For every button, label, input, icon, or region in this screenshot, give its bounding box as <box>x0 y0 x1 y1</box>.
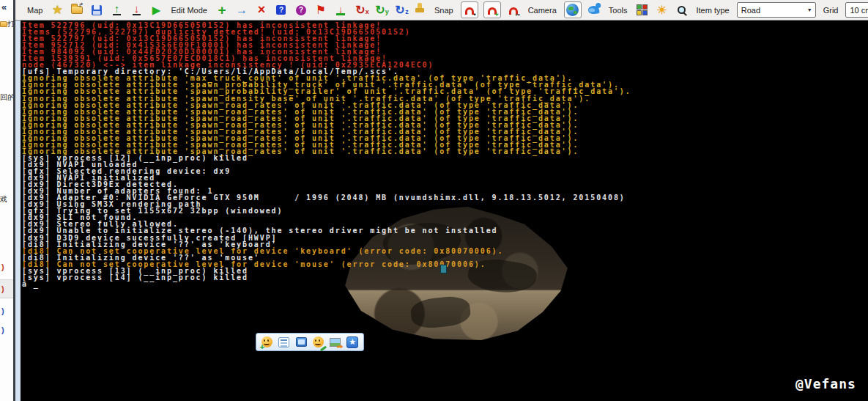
snap-label: Snap <box>434 6 453 15</box>
flag-icon: ⚑ <box>316 3 326 17</box>
rotate-y-icon: ↻y <box>375 5 385 15</box>
star-square-icon: ★ <box>346 336 358 348</box>
rotate-x-button[interactable]: ↻x <box>353 3 368 18</box>
help-button[interactable]: ? <box>274 3 289 18</box>
snap-add-toggle[interactable]: + <box>483 1 501 18</box>
send-image-button[interactable] <box>329 336 342 349</box>
magnifier-icon <box>678 6 686 14</box>
doodle-button[interactable] <box>312 336 325 349</box>
stamp-button[interactable] <box>412 3 427 18</box>
help-question-icon: ? <box>276 5 286 15</box>
bird-icon <box>588 5 600 15</box>
delete-item-button[interactable]: × <box>254 3 269 18</box>
smiley-icon <box>313 336 324 347</box>
background-glyph-fragment: ) <box>1 284 4 293</box>
run-map-button[interactable]: ▶ <box>149 3 163 18</box>
drop-arrow-icon: ↓ <box>336 5 346 15</box>
grid-dropdown[interactable]: 10 cm▼ <box>845 2 868 18</box>
grid-label: Grid <box>823 6 839 15</box>
folder-icon <box>0 21 7 27</box>
background-folder-item: 打 <box>0 19 13 29</box>
emoticon-add-button[interactable]: + <box>261 336 274 349</box>
node-marker[interactable] <box>440 265 447 273</box>
magnet-node-icon: ▪▪ <box>509 7 518 15</box>
background-glyph-fragment: ) <box>1 325 4 334</box>
background-text-fragment: 回的( <box>0 92 13 103</box>
floppy-save-icon <box>92 5 102 15</box>
magnet-plus-icon: + <box>488 7 497 15</box>
picture-icon <box>330 338 341 347</box>
quad-view-icon <box>637 4 648 15</box>
export-arrow-icon: ↓ <box>133 4 141 15</box>
chat-toolbar: + ★ <box>256 333 364 351</box>
flag-marker-button[interactable]: ⚑ <box>314 3 328 18</box>
monitor-icon <box>296 337 307 347</box>
camera-globe-toggle[interactable] <box>564 1 582 18</box>
open-map-button[interactable] <box>70 3 84 18</box>
globe-icon <box>566 4 579 16</box>
about-button[interactable]: ? <box>294 3 308 18</box>
folder-label-fragment: 打 <box>7 20 13 28</box>
chevron-collapse-icon[interactable]: « <box>1 1 7 12</box>
edit-mode-label[interactable]: Edit Mode <box>171 6 207 15</box>
screen-share-button[interactable] <box>294 336 308 349</box>
window-edge-band <box>15 21 21 401</box>
editor-viewport[interactable]: Item 522796 (uid: 0x13C19D665050152) has… <box>21 21 868 401</box>
open-folder-icon <box>71 6 83 14</box>
console-line: a _ <box>22 281 868 287</box>
lighting-button[interactable]: ☀ <box>654 3 669 18</box>
favorites-button[interactable]: ★ <box>50 3 64 18</box>
plus-badge-icon: + <box>260 344 264 350</box>
watermark: @Vefans <box>795 376 856 391</box>
about-question-icon: ? <box>296 5 306 15</box>
add-item-button[interactable]: + <box>215 3 229 18</box>
item-type-value: Road <box>741 6 760 15</box>
sun-icon: ☀ <box>656 3 667 17</box>
magnet-dot-icon: • <box>465 7 474 15</box>
save-map-button[interactable] <box>89 3 104 18</box>
export-button[interactable]: ↓ <box>129 3 144 18</box>
delete-x-icon: × <box>258 2 266 18</box>
background-glyph-fragment: ) <box>1 306 4 315</box>
background-glyph-fragment: ) <box>1 262 4 271</box>
drop-to-ground-button[interactable]: ↓ <box>333 3 348 18</box>
tools-label: Tools <box>609 6 628 15</box>
editor-toolbar: Map ★ ↑ ↓ ▶ Edit Mode + → × ? ? ⚑ ↓ ↻x ↻… <box>15 0 868 21</box>
item-type-label: Item type <box>696 6 729 15</box>
rotate-x-icon: ↻x <box>355 5 365 15</box>
background-window-strip[interactable]: « 打 回的( 戏 ) ) ) ) <box>0 0 13 401</box>
quad-view-button[interactable] <box>634 3 649 18</box>
plus-icon: + <box>218 2 226 18</box>
camera-bird-button[interactable] <box>587 3 601 18</box>
grid-value: 10 cm <box>850 6 868 15</box>
console-line: [gfx] Trying to set 1155x672 32bpp (wind… <box>22 207 868 214</box>
star-icon: ★ <box>52 2 63 18</box>
snap-point-toggle[interactable]: • <box>461 1 478 18</box>
search-button[interactable] <box>674 3 689 18</box>
arrow-right-icon: → <box>236 4 248 17</box>
chevron-down-icon: ▼ <box>807 7 812 12</box>
favorites-button[interactable]: ★ <box>346 336 359 349</box>
rotate-z-button[interactable]: ↻z <box>393 3 407 18</box>
map-menu-label[interactable]: Map <box>27 6 42 15</box>
console-line: [sys] vprocess [14] (__inp_proc) killed <box>22 274 868 281</box>
capture-button[interactable] <box>278 336 291 349</box>
import-button[interactable]: ↑ <box>109 3 124 18</box>
camera-label: Camera <box>528 6 557 15</box>
background-text-fragment: 戏 <box>0 194 13 205</box>
rotate-z-icon: ↻z <box>395 5 404 15</box>
play-icon: ▶ <box>152 4 161 17</box>
snap-node-button[interactable]: ▪▪ <box>506 3 521 18</box>
console-log: Item 522796 (uid: 0x13C19D665050152) has… <box>21 21 868 401</box>
import-arrow-icon: ↑ <box>113 4 122 15</box>
capture-card-icon <box>278 337 289 347</box>
move-item-button[interactable]: → <box>234 3 249 18</box>
console-line: [sys] vprocess [12] (__inp_proc) killed <box>22 155 868 161</box>
item-type-dropdown[interactable]: Road▼ <box>737 2 816 18</box>
stamp-icon <box>415 8 424 12</box>
rotate-y-button[interactable]: ↻y <box>373 3 387 18</box>
